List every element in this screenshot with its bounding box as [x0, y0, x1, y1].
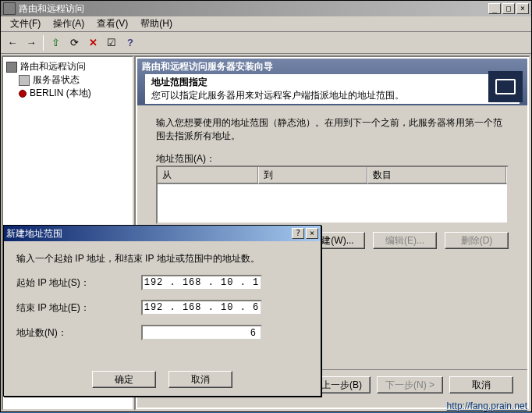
dialog-close-button[interactable]: × [306, 228, 318, 239]
close-button[interactable]: × [516, 3, 529, 14]
tb-props-icon[interactable]: ☑ [103, 34, 120, 52]
menu-view[interactable]: 查看(V) [90, 16, 134, 32]
menu-action[interactable]: 操作(A) [47, 16, 90, 32]
row-end-ip: 结束 IP 地址(E)： 192 . 168 . 10 . 6 [16, 300, 308, 315]
edit-range-button: 编辑(E)... [373, 232, 437, 249]
row-count: 地址数(N)： 6 [16, 325, 308, 340]
wizard-heading: 地址范围指定 [151, 76, 513, 89]
col-to[interactable]: 到 [259, 167, 368, 183]
dialog-help-button[interactable]: ? [292, 228, 304, 239]
tb-help-icon[interactable]: ? [122, 34, 139, 52]
new-range-dialog: 新建地址范围 ? × 输入一个起始 IP 地址，和结束 IP 地址或范围中的地址… [3, 225, 321, 397]
toolbar: ← → ⇧ ⟳ ✕ ☑ ? [1, 32, 531, 54]
tb-forward-icon[interactable]: → [23, 34, 40, 52]
wizard-banner: 路由和远程访问服务器安装向导 地址范围指定 您可以指定此服务器用来对远程客户端指… [137, 59, 527, 105]
wizard-next-button: 下一步(N) > [377, 376, 443, 393]
label-count: 地址数(N)： [16, 326, 141, 340]
tree-root[interactable]: 路由和远程访问 [5, 60, 131, 73]
wizard-subheading: 您可以指定此服务器用来对远程客户端指派地址的地址范围。 [151, 89, 513, 102]
dialog-ok-button[interactable]: 确定 [92, 371, 156, 388]
watermark-link[interactable]: http://fang.prain.net [447, 401, 527, 411]
input-count[interactable]: 6 [141, 325, 262, 340]
col-from[interactable]: 从 [158, 167, 259, 183]
tree-root-label: 路由和远程访问 [20, 60, 86, 73]
dialog-body: 输入一个起始 IP 地址，和结束 IP 地址或范围中的地址数。 起始 IP 地址… [4, 241, 321, 351]
tb-delete-icon[interactable]: ✕ [84, 34, 101, 52]
main-title: 路由和远程访问 [19, 2, 487, 16]
separator [43, 35, 44, 51]
tree-server-label: BERLIN (本地) [30, 87, 91, 100]
range-list-header: 从 到 数目 [158, 167, 507, 184]
tb-up-icon[interactable]: ⇧ [47, 34, 64, 52]
delete-range-button: 删除(D) [445, 232, 509, 249]
tree-server-status-label: 服务器状态 [33, 73, 80, 87]
dialog-titlebar[interactable]: 新建地址范围 ? × [4, 226, 321, 241]
wizard-banner-sub: 地址范围指定 您可以指定此服务器用来对远程客户端指派地址的地址范围。 [145, 74, 520, 104]
dialog-instruction: 输入一个起始 IP 地址，和结束 IP 地址或范围中的地址数。 [16, 252, 308, 265]
wizard-glyph-icon [488, 71, 523, 102]
tb-refresh-icon[interactable]: ⟳ [66, 34, 83, 52]
maximize-button[interactable]: □ [502, 3, 515, 14]
label-end-ip: 结束 IP 地址(E)： [16, 301, 141, 315]
range-list[interactable]: 从 到 数目 [156, 166, 509, 224]
dialog-footer: 确定 取消 [4, 371, 321, 388]
rras-root-icon [6, 62, 17, 73]
server-icon [19, 90, 27, 98]
label-start-ip: 起始 IP 地址(S)： [16, 276, 141, 290]
input-start-ip[interactable]: 192 . 168 . 10 . 1 [141, 275, 262, 290]
minimize-button[interactable]: _ [488, 3, 501, 14]
wizard-cancel-button[interactable]: 取消 [449, 376, 513, 393]
wizard-body-text: 输入您想要使用的地址范围（静态池）。在用到下一个之前，此服务器将用第一个范围去指… [156, 116, 509, 143]
dialog-cancel-button[interactable]: 取消 [168, 371, 232, 388]
menubar: 文件(F) 操作(A) 查看(V) 帮助(H) [1, 16, 531, 32]
tree-server-status[interactable]: 服务器状态 [5, 73, 131, 87]
tree-server[interactable]: BERLIN (本地) [5, 87, 131, 100]
wizard-banner-title: 路由和远程访问服务器安装向导 [142, 60, 273, 73]
server-status-icon [19, 75, 30, 86]
dialog-title: 新建地址范围 [6, 227, 290, 240]
col-count[interactable]: 数目 [368, 167, 507, 183]
range-list-label: 地址范围(A)： [156, 152, 509, 166]
tb-back-icon[interactable]: ← [4, 34, 21, 52]
row-start-ip: 起始 IP 地址(S)： 192 . 168 . 10 . 1 [16, 275, 308, 290]
menu-help[interactable]: 帮助(H) [134, 16, 179, 32]
main-titlebar[interactable]: 路由和远程访问 _ □ × [1, 1, 531, 16]
menu-file[interactable]: 文件(F) [4, 16, 47, 32]
rras-icon [3, 2, 16, 15]
input-end-ip[interactable]: 192 . 168 . 10 . 6 [141, 300, 262, 315]
